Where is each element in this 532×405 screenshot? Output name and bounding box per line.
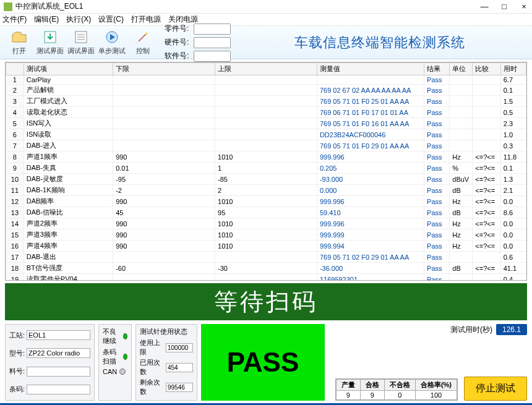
flag-continue-indicator <box>123 333 127 339</box>
hw-label: 硬件号: <box>165 37 189 48</box>
table-row[interactable]: 13DAB-信噪比459559.410PassdB<=?<=8.6 <box>6 207 526 218</box>
table-row[interactable]: 10DAB-灵敏度-95-85-93.000PassdBuV<=?<=1.3 <box>6 174 526 185</box>
barcode-input[interactable] <box>27 385 90 394</box>
close-button[interactable]: × <box>520 2 528 11</box>
timing-value: 126.1 <box>496 324 527 335</box>
probe-panel: 测试针使用状态 使用上限 已用次数 剩余次数 <box>135 324 197 401</box>
table-row[interactable]: 4读取老化状态769 06 71 01 F0 17 01 01 AAPass0.… <box>6 107 526 118</box>
flags-panel: 不良继续 条码扫描 CAN <box>98 324 132 401</box>
table-row[interactable]: 16声道4频率9901010999.994PassHz<=?<=0.0 <box>6 241 526 252</box>
part-input[interactable] <box>194 23 231 35</box>
wand-icon <box>135 29 151 45</box>
download-icon <box>42 29 58 45</box>
folder-icon <box>11 29 27 45</box>
probe-remain-input[interactable] <box>166 383 193 392</box>
debug-ui-button[interactable]: 调试界面 <box>66 29 97 56</box>
table-row[interactable]: 8声道1频率9901010999.996PassHz<=?<=11.8 <box>6 151 526 163</box>
sw-input[interactable] <box>194 51 231 62</box>
table-row[interactable]: 9DAB-失真0.0110.205Pass%<=?<=0.1 <box>6 163 526 174</box>
toolbar-fields: 零件号: 硬件号: 软件号: <box>165 23 231 62</box>
window-title: 中控测试系统_EOL1 <box>15 1 480 12</box>
open-button[interactable]: 打开 <box>4 29 35 56</box>
table-row[interactable]: 7DAB-进入769 05 71 01 F0 29 01 AA AAPass0.… <box>6 140 526 151</box>
app-icon <box>4 2 12 11</box>
flag-can-indicator <box>119 369 126 375</box>
probe-limit-input[interactable] <box>166 343 193 352</box>
counts-table: 产量合格不合格合格率(%) 990100 <box>335 378 458 401</box>
timing-label: 测试用时(秒) <box>450 325 492 335</box>
station-panel: 工站: 型号: 料号: 条码: <box>5 324 95 401</box>
table-row[interactable]: 11DAB-1K频响-220.000PassdB<=?<=2.1 <box>6 185 526 196</box>
toolbar: 打开 测试界面 调试界面 单步测试 控制 零件号: 硬件号: 软件号: 车载信息… <box>0 26 532 59</box>
play-icon <box>104 29 120 45</box>
table-row[interactable]: 3工厂模式进入769 05 71 01 F0 25 01 AA AAPass1.… <box>6 96 526 107</box>
menu-settings[interactable]: 设置(C) <box>98 14 124 25</box>
table-row[interactable]: 14声道2频率9901010999.996PassHz<=?<=0.0 <box>6 218 526 229</box>
table-row[interactable]: 1CarPlayPass6.7 <box>6 75 526 85</box>
maximize-button[interactable]: □ <box>500 2 508 11</box>
flag-barcode-indicator <box>123 354 127 360</box>
status-strip: 等待扫码 <box>5 283 527 320</box>
table-row[interactable]: 2产品解锁769 02 67 02 AA AA AA AA AAPass0.1 <box>6 85 526 96</box>
menu-power-on[interactable]: 打开电源 <box>131 14 161 25</box>
menubar: 文件(F) 编辑(E) 执行(X) 设置(C) 打开电源 关闭电源 <box>0 14 532 26</box>
table-row[interactable]: 18BT信号强度-60-30-36.000PassdB<=?<=41.1 <box>6 263 526 274</box>
table-row[interactable]: 6ISN读取DD23B24ACF000046Pass1.0 <box>6 129 526 140</box>
table-row[interactable]: 15声道3频率9901010999.999PassHz<=?<=0.0 <box>6 229 526 241</box>
banner-title: 车载信息终端智能检测系统 <box>231 33 528 52</box>
table-row[interactable]: 12DAB频率9901010999.996PassHz<=?<=0.0 <box>6 196 526 207</box>
model-input[interactable] <box>27 348 90 358</box>
minimize-button[interactable]: — <box>480 2 489 11</box>
table-row[interactable]: 17DAB-退出769 05 71 02 F0 29 01 AA AAPass0… <box>6 252 526 263</box>
material-input[interactable] <box>27 367 90 377</box>
menu-file[interactable]: 文件(F) <box>2 14 27 25</box>
probe-used-input[interactable] <box>166 363 193 372</box>
step-test-button[interactable]: 单步测试 <box>97 29 127 56</box>
svg-point-7 <box>145 32 148 35</box>
menu-edit[interactable]: 编辑(E) <box>34 14 59 25</box>
part-label: 零件号: <box>165 23 189 34</box>
control-button[interactable]: 控制 <box>127 29 158 56</box>
stop-test-button[interactable]: 停止测试 <box>464 377 527 401</box>
hw-input[interactable] <box>194 37 231 48</box>
table-row[interactable]: 5ISN写入769 05 71 01 F0 16 01 AA AAPass2.3 <box>6 118 526 129</box>
pass-indicator: PASS <box>201 324 325 401</box>
menu-run[interactable]: 执行(X) <box>66 14 91 25</box>
list-icon <box>73 29 89 45</box>
results-grid[interactable]: 测试项下限上限测量值结果单位比较用时 1CarPlayPass6.72产品解锁7… <box>5 62 527 281</box>
svg-line-6 <box>139 34 146 41</box>
table-row[interactable]: 19读取零件号PV041169592301Pass0.4 <box>6 274 526 281</box>
workstation-input[interactable] <box>27 330 90 340</box>
sw-label: 软件号: <box>165 51 189 61</box>
test-ui-button[interactable]: 测试界面 <box>35 29 66 56</box>
titlebar: 中控测试系统_EOL1 — □ × <box>0 0 532 14</box>
